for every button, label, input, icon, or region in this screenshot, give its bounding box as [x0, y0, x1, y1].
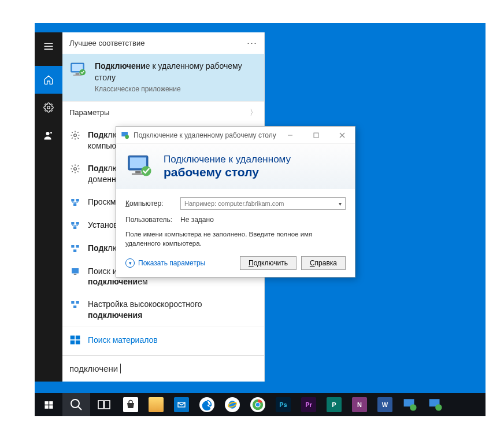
more-icon[interactable]: ···: [247, 37, 257, 49]
taskbar-app-store[interactable]: [118, 393, 143, 416]
maximize-button[interactable]: [303, 127, 329, 143]
svg-point-46: [71, 399, 79, 408]
svg-rect-44: [45, 405, 48, 409]
taskbar-app-rdp1[interactable]: [398, 393, 423, 416]
task-view-button[interactable]: [90, 393, 118, 416]
taskbar-search[interactable]: [62, 393, 90, 416]
taskbar: Ps Pr P N W: [35, 393, 486, 416]
chevron-down-icon: ▾: [125, 258, 135, 268]
svg-point-55: [256, 403, 260, 406]
svg-point-3: [47, 106, 50, 109]
svg-rect-30: [76, 341, 80, 345]
svg-line-47: [78, 406, 81, 410]
svg-rect-26: [73, 306, 76, 309]
svg-rect-15: [73, 203, 76, 206]
settings-section-header[interactable]: Параметры 〉: [62, 101, 264, 124]
rail-user[interactable]: [35, 121, 62, 149]
rdp-titlebar-icon: [121, 131, 130, 140]
svg-rect-13: [71, 199, 74, 202]
close-button[interactable]: [329, 127, 355, 143]
start-button[interactable]: [35, 393, 62, 416]
search-header: Лучшее соответствие ···: [62, 32, 264, 54]
user-label: Пользователь:: [125, 216, 175, 224]
svg-rect-8: [76, 73, 80, 75]
taskbar-app-rdp2[interactable]: [423, 393, 449, 416]
svg-rect-9: [73, 75, 82, 76]
rdp-banner-line2: рабочему столу: [164, 165, 291, 179]
rail-home[interactable]: [35, 66, 62, 94]
chevron-right-icon: 〉: [250, 108, 257, 118]
rdp-banner-icon: [125, 152, 154, 181]
show-options-link[interactable]: ▾ Показать параметры: [125, 258, 235, 268]
minimize-button[interactable]: [277, 127, 303, 143]
svg-rect-43: [49, 401, 53, 405]
svg-rect-18: [73, 226, 76, 229]
svg-rect-39: [135, 171, 140, 173]
rdp-banner: Подключение к удаленному рабочему столу: [116, 144, 355, 189]
taskbar-app-explorer[interactable]: [143, 393, 169, 416]
taskbar-app-photoshop[interactable]: Ps: [270, 393, 296, 416]
svg-point-4: [46, 132, 50, 135]
rdp-titlebar[interactable]: Подключение к удаленному рабочему столу: [116, 127, 355, 144]
network-icon: [69, 299, 81, 310]
svg-point-32: [125, 135, 129, 139]
taskbar-app-onenote[interactable]: N: [347, 393, 372, 416]
svg-rect-21: [73, 249, 76, 252]
svg-rect-27: [71, 336, 75, 340]
taskbar-app-mail[interactable]: [169, 393, 194, 416]
network-icon: [69, 243, 81, 254]
store-search-label: Поиск материалов: [88, 335, 158, 345]
svg-rect-45: [49, 405, 53, 409]
svg-rect-25: [76, 301, 79, 304]
best-match-item[interactable]: Подключение к удаленному рабочему столу …: [62, 54, 264, 101]
svg-rect-22: [72, 268, 79, 273]
taskbar-app-edge[interactable]: [194, 393, 220, 416]
svg-rect-48: [98, 401, 103, 409]
svg-rect-38: [130, 157, 146, 168]
best-match-title: Подключение к удаленному рабочему столу: [95, 61, 257, 83]
svg-point-57: [410, 404, 416, 410]
svg-rect-49: [105, 401, 110, 409]
svg-rect-34: [314, 133, 318, 138]
computer-placeholder: Например: computer.fabrikam.com: [184, 200, 284, 207]
help-button[interactable]: Справка: [301, 256, 346, 270]
svg-rect-16: [71, 222, 74, 225]
troubleshoot-icon: [69, 266, 81, 277]
svg-point-10: [79, 69, 86, 76]
svg-rect-14: [76, 199, 79, 202]
taskbar-app-ie[interactable]: [220, 393, 245, 416]
svg-rect-28: [76, 336, 80, 340]
start-menu-rail: [35, 32, 62, 382]
rdp-app-icon: [69, 61, 88, 79]
svg-point-12: [74, 168, 77, 171]
svg-point-59: [435, 404, 442, 410]
rail-settings[interactable]: [35, 94, 62, 121]
gear-icon: [69, 163, 81, 175]
rdp-banner-line1: Подключение к удаленному: [164, 154, 291, 165]
svg-rect-42: [45, 401, 48, 405]
svg-rect-23: [74, 273, 77, 275]
connect-button[interactable]: Подключить: [240, 256, 297, 270]
taskbar-app-chrome[interactable]: [245, 393, 270, 416]
taskbar-app-premiere[interactable]: Pr: [296, 393, 321, 416]
svg-rect-20: [76, 245, 79, 248]
gear-icon: [69, 129, 81, 141]
svg-point-5: [50, 132, 52, 134]
taskbar-app-publisher[interactable]: P: [321, 393, 347, 416]
computer-combobox[interactable]: Например: computer.fabrikam.com ▾: [180, 197, 346, 210]
windows-icon: [69, 334, 81, 346]
store-search-item[interactable]: Поиск материалов: [62, 327, 264, 353]
hamburger-button[interactable]: [35, 32, 62, 60]
svg-point-11: [74, 134, 77, 137]
svg-rect-24: [71, 301, 74, 304]
network-icon: [69, 220, 81, 231]
search-input[interactable]: подключени: [62, 355, 264, 382]
rdp-title: Подключение к удаленному рабочему столу: [134, 131, 277, 139]
svg-rect-19: [71, 245, 74, 248]
rdp-dialog: Подключение к удаленному рабочему столу …: [116, 126, 355, 277]
rdp-hint: Поле имени компьютера не заполнено. Введ…: [125, 230, 346, 248]
settings-item-6[interactable]: Настройка высокоскоростного подключения: [62, 293, 264, 327]
svg-rect-17: [76, 222, 79, 225]
taskbar-app-word[interactable]: W: [372, 393, 398, 416]
network-icon: [69, 197, 81, 208]
